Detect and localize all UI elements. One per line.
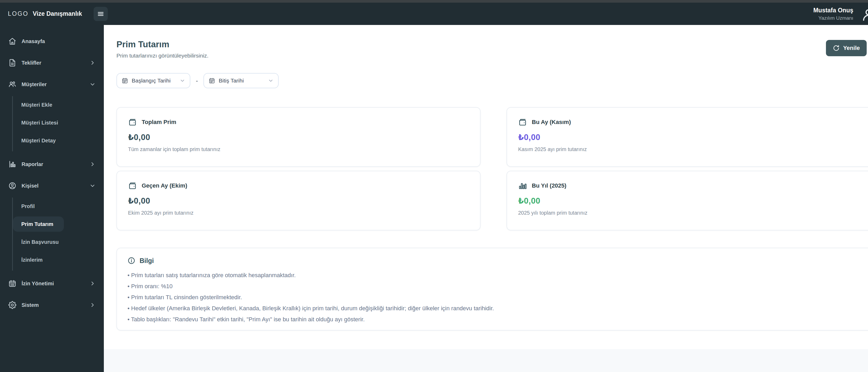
topbar: LOGO Vize Danışmanlık Mustafa Onuş Yazıl…: [0, 3, 868, 25]
sidebar-item-izin-basvurusu[interactable]: İzin Başvurusu: [13, 234, 69, 249]
sidebar-item-raporlar[interactable]: Raporlar: [7, 157, 97, 172]
user-name: Mustafa Onuş: [813, 7, 853, 14]
info-bullet: • Hedef ülkeler (Amerika Birleşik Devlet…: [127, 303, 868, 314]
sidebar-item-teklifler[interactable]: Teklifler: [7, 55, 97, 70]
bar-chart-icon: [518, 181, 527, 190]
home-icon: [8, 37, 16, 45]
user-avatar-icon[interactable]: [861, 7, 868, 22]
info-panel: Bilgi • Prim tutarları satış tutarlarını…: [117, 248, 868, 331]
hamburger-menu-button[interactable]: [94, 7, 108, 21]
stat-card-header: Geçen Ay (Ekim): [128, 181, 469, 190]
sidebar-item-izin-yonetimi[interactable]: İzin Yönetimi: [7, 276, 97, 291]
stat-card-description: Kasım 2025 ayı prim tutarınız: [518, 146, 868, 153]
sidebar-item-prim-tutarim[interactable]: Prim Tutarım: [13, 216, 64, 232]
chevron-down-icon: [268, 78, 273, 83]
stat-card-value: ₺0,00: [128, 132, 469, 142]
stat-card-bu-ay: Bu Ay (Kasım) ₺0,00 Kasım 2025 ayı prim …: [506, 107, 868, 167]
stat-card-description: Ekim 2025 ayı prim tutarınız: [128, 210, 469, 216]
sidebar-subitem-label: Müşteri Detay: [21, 138, 56, 144]
gear-icon: [8, 301, 16, 309]
chevron-down-icon: [90, 183, 95, 189]
stat-card-gecen-ay: Geçen Ay (Ekim) ₺0,00 Ekim 2025 ayı prim…: [117, 171, 480, 230]
stat-card-header: Toplam Prim: [128, 118, 469, 127]
sidebar-item-sistem[interactable]: Sistem: [7, 297, 97, 313]
page-header: Prim Tutarım Prim tutarlarınızı görüntül…: [117, 39, 867, 59]
stat-card-value: ₺0,00: [128, 196, 469, 206]
sidebar-item-anasayfa[interactable]: Anasayfa: [7, 34, 97, 49]
info-panel-header: Bilgi: [127, 257, 868, 265]
stat-card-value: ₺0,00: [518, 132, 868, 142]
sidebar-item-label: İzin Yönetimi: [22, 280, 54, 286]
info-bullet: • Prim oranı: %10: [127, 281, 868, 292]
sidebar-subitem-label: Müşteri Listesi: [21, 120, 58, 126]
end-date-label: Bitiş Tarihi: [219, 77, 244, 84]
brand-name: Vize Danışmanlık: [33, 10, 82, 18]
sidebar-item-label: Anasayfa: [22, 38, 45, 44]
date-filter-row: Başlangıç Tarihi - Bitiş Tarihi: [117, 73, 868, 88]
info-bullet: • Tablo başlıkları: "Randevu Tarihi" etk…: [127, 314, 868, 325]
end-date-select[interactable]: Bitiş Tarihi: [204, 73, 279, 88]
page-subtitle: Prim tutarlarınızı görüntüleyebilirsiniz…: [117, 53, 209, 59]
sidebar-subitem-label: Prim Tutarım: [21, 221, 53, 227]
calendar-icon: [209, 77, 215, 84]
stat-card-title: Bu Yıl (2025): [532, 182, 566, 189]
stat-card-description: Tüm zamanlar için toplam prim tutarınız: [128, 146, 469, 153]
bar-chart-icon: [8, 160, 16, 168]
calendar-icon: [8, 279, 16, 288]
refresh-button[interactable]: Yenile: [826, 40, 867, 56]
wallet-icon: [128, 181, 137, 190]
start-date-label: Başlangıç Tarihi: [132, 77, 170, 84]
sidebar-subitem-label: Profil: [21, 203, 35, 209]
sidebar-subitem-label: İzin Başvurusu: [21, 239, 59, 245]
stat-card-title: Bu Ay (Kasım): [532, 119, 571, 126]
sidebar-item-label: Raporlar: [22, 161, 43, 167]
stat-card-toplam-prim: Toplam Prim ₺0,00 Tüm zamanlar için topl…: [117, 107, 480, 167]
date-range-separator: -: [196, 77, 198, 84]
sidebar-item-musteri-ekle[interactable]: Müşteri Ekle: [13, 97, 63, 112]
document-icon: [8, 59, 16, 67]
sidebar-item-musteri-detay[interactable]: Müşteri Detay: [13, 133, 66, 148]
stat-card-title: Geçen Ay (Ekim): [142, 182, 187, 189]
stat-card-header: Bu Ay (Kasım): [518, 118, 868, 127]
sidebar-subitem-label: Müşteri Ekle: [21, 102, 52, 108]
sidebar-item-profil[interactable]: Profil: [13, 199, 45, 214]
sidebar-item-musteriler[interactable]: Müşteriler: [7, 77, 97, 92]
sidebar-item-label: Kişisel: [22, 183, 38, 189]
brand: LOGO Vize Danışmanlık: [8, 10, 82, 18]
page-title: Prim Tutarım: [117, 39, 209, 49]
info-icon: [127, 257, 135, 265]
user-role: Yazılım Uzmanı: [813, 15, 853, 21]
sidebar-subitem-label: İzinlerim: [21, 257, 42, 263]
stat-cards-grid: Toplam Prim ₺0,00 Tüm zamanlar için topl…: [117, 107, 868, 230]
sidebar-item-label: Sistem: [22, 302, 39, 308]
stat-card-value: ₺0,00: [518, 196, 868, 206]
start-date-select[interactable]: Başlangıç Tarihi: [117, 73, 190, 88]
sidebar-item-izinlerim[interactable]: İzinlerim: [13, 252, 53, 267]
refresh-icon: [833, 45, 840, 52]
wallet-icon: [518, 118, 527, 127]
user-circle-icon: [8, 182, 16, 190]
hamburger-icon: [97, 10, 104, 18]
user-info[interactable]: Mustafa Onuş Yazılım Uzmanı: [813, 7, 853, 21]
users-icon: [8, 80, 16, 88]
chevron-right-icon: [90, 60, 95, 66]
chevron-down-icon: [180, 78, 185, 83]
stat-card-bu-yil: Bu Yıl (2025) ₺0,00 2025 yılı toplam pri…: [506, 171, 868, 230]
info-panel-title: Bilgi: [140, 257, 154, 265]
sidebar-item-musteri-listesi[interactable]: Müşteri Listesi: [13, 115, 69, 130]
sidebar-item-kisisel[interactable]: Kişisel: [7, 178, 97, 193]
brand-logo: LOGO: [8, 10, 28, 18]
sidebar: Anasayfa Teklifler Müşteriler Müşteri Ek…: [0, 25, 104, 372]
sidebar-item-label: Müşteriler: [22, 81, 47, 88]
info-bullet: • Prim tutarları TL cinsinden gösterilme…: [127, 292, 868, 303]
page-title-block: Prim Tutarım Prim tutarlarınızı görüntül…: [117, 39, 209, 59]
main-content: Prim Tutarım Prim tutarlarınızı görüntül…: [104, 25, 868, 349]
info-bullet: • Prim tutarları satış tutarlarınıza gör…: [127, 270, 868, 281]
refresh-button-label: Yenile: [843, 45, 860, 52]
chevron-right-icon: [90, 280, 95, 286]
wallet-icon: [128, 118, 137, 127]
stat-card-title: Toplam Prim: [142, 119, 176, 126]
sidebar-submenu-kisisel: Profil Prim Tutarım İzin Başvurusu İzinl…: [12, 198, 97, 271]
stat-card-header: Bu Yıl (2025): [518, 181, 868, 190]
stat-card-description: 2025 yılı toplam prim tutarınız: [518, 210, 868, 216]
